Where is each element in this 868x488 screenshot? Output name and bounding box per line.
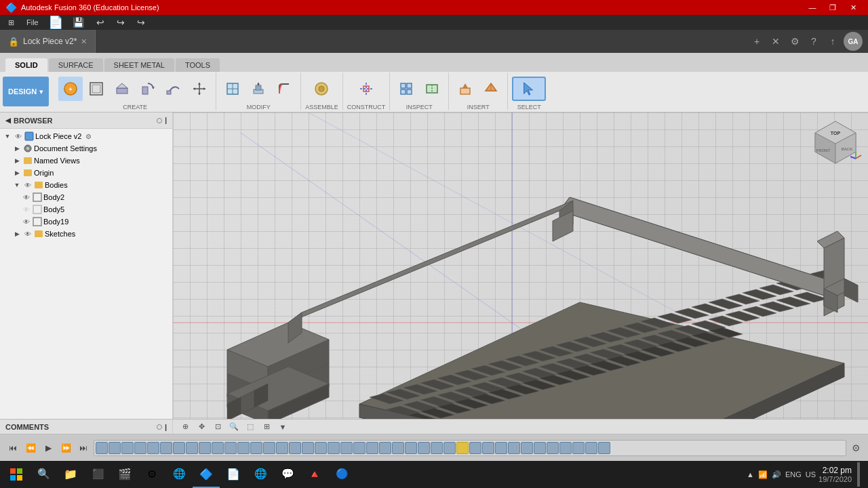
modify-main-button[interactable]: [220, 77, 245, 101]
press-pull-button[interactable]: [246, 77, 271, 101]
section-analysis-button[interactable]: [420, 77, 444, 101]
bodies-eye[interactable]: 👁: [23, 180, 33, 190]
minimize-button[interactable]: —: [803, 1, 822, 14]
taskbar-search[interactable]: 🔍: [30, 461, 57, 488]
timeline-item[interactable]: [186, 442, 198, 454]
timeline-item[interactable]: [482, 442, 494, 454]
menu-undo[interactable]: ↩: [91, 16, 110, 29]
timeline-item[interactable]: [598, 442, 610, 454]
sweep-button[interactable]: [161, 77, 186, 101]
timeline-item[interactable]: [353, 442, 366, 454]
timeline-item[interactable]: [469, 442, 481, 454]
inspect-main-button[interactable]: [394, 77, 418, 101]
sketches-eye[interactable]: 👁: [23, 229, 33, 239]
start-button[interactable]: [3, 461, 30, 488]
timeline-item[interactable]: [443, 442, 456, 454]
revolve-button[interactable]: [136, 77, 160, 101]
timeline-item[interactable]: [418, 442, 430, 454]
menu-redo2[interactable]: ↪: [132, 16, 151, 29]
taskbar-browser2[interactable]: 🌐: [247, 461, 274, 488]
tab-close-icon[interactable]: ✕: [81, 37, 87, 46]
timeline-item[interactable]: [237, 442, 250, 454]
tree-item-body2[interactable]: 👁 Body2: [0, 191, 172, 203]
timeline-play-button[interactable]: ▶: [41, 441, 56, 455]
timeline-item[interactable]: [108, 442, 121, 454]
timeline-item[interactable]: [495, 442, 507, 454]
taskbar-autodesk[interactable]: 🔺: [301, 461, 328, 488]
timeline-item[interactable]: [340, 442, 353, 454]
timeline-settings-icon[interactable]: ⚙: [849, 441, 863, 455]
timeline-prev-button[interactable]: ⏪: [23, 441, 38, 455]
tree-item-body5[interactable]: 👁 Body5: [0, 203, 172, 216]
timeline-item[interactable]: [456, 442, 469, 454]
menu-redo[interactable]: ↪: [111, 16, 130, 29]
zoom-fit-button[interactable]: ⊡: [211, 421, 224, 433]
close-tab-button[interactable]: ✕: [768, 33, 784, 49]
timeline-item[interactable]: [302, 442, 314, 454]
taskbar-fusion360[interactable]: 🔷: [193, 461, 220, 488]
comments-resize[interactable]: |: [165, 423, 167, 431]
tray-arrow[interactable]: ▲: [747, 470, 754, 479]
root-eye[interactable]: 👁: [14, 131, 23, 141]
menu-save[interactable]: 💾: [67, 16, 90, 29]
timeline-item[interactable]: [405, 442, 417, 454]
show-desktop[interactable]: [857, 462, 860, 487]
timeline-item[interactable]: [173, 442, 185, 454]
maximize-button[interactable]: ❐: [823, 1, 842, 14]
taskbar-network[interactable]: 🌐: [165, 461, 193, 488]
taskbar-terminal[interactable]: ⬛: [84, 461, 111, 488]
select-main-button[interactable]: [512, 77, 546, 101]
timeline-item[interactable]: [508, 442, 520, 454]
taskbar-skype[interactable]: 💬: [274, 461, 301, 488]
timeline-item[interactable]: [212, 442, 224, 454]
grid-button[interactable]: ⊞: [260, 421, 273, 433]
root-settings-icon[interactable]: ⚙: [85, 133, 92, 140]
taskbar-media[interactable]: 🎬: [111, 461, 138, 488]
extrude-button[interactable]: [110, 77, 134, 101]
tree-item-sketches[interactable]: ▶ 👁 Sketches: [0, 228, 172, 240]
browser-resize[interactable]: |: [165, 117, 167, 124]
close-button[interactable]: ✕: [844, 1, 863, 14]
timeline-item[interactable]: [147, 442, 159, 454]
zoom-window-button[interactable]: 🔍: [227, 421, 241, 433]
timeline-end-button[interactable]: ⏭: [76, 441, 91, 455]
insert-main-button[interactable]: [453, 77, 477, 101]
new-component-button[interactable]: [84, 77, 108, 101]
create-main-button[interactable]: +: [58, 77, 83, 101]
timeline-item[interactable]: [276, 442, 288, 454]
timeline-item[interactable]: [379, 442, 391, 454]
timeline-item[interactable]: [547, 442, 559, 454]
timeline-item[interactable]: [585, 442, 597, 454]
taskbar-chrome[interactable]: 🔵: [328, 461, 355, 488]
body19-eye[interactable]: 👁: [22, 217, 31, 226]
tree-item-bodies[interactable]: ▼ 👁 Bodies: [0, 179, 172, 191]
view-options-button[interactable]: ▼: [276, 421, 290, 433]
insert-mesh-button[interactable]: [479, 77, 503, 101]
design-selector[interactable]: DESIGN ▾: [3, 77, 49, 106]
tree-item-origin[interactable]: ▶ Origin: [0, 167, 172, 179]
timeline-item[interactable]: [134, 442, 146, 454]
orbit-button[interactable]: ⊕: [178, 421, 192, 433]
document-tab[interactable]: 🔒 Lock Piece v2* ✕: [0, 30, 96, 53]
menu-new[interactable]: 📄: [45, 15, 66, 30]
tree-item-doc-settings[interactable]: ▶ Document Settings: [0, 142, 172, 155]
timeline-item[interactable]: [121, 442, 134, 454]
viewport[interactable]: TOP FRONT BACK: [173, 113, 868, 419]
help-tab-button[interactable]: ?: [806, 33, 822, 49]
viewcube[interactable]: TOP FRONT BACK: [808, 118, 863, 172]
display-mode-button[interactable]: ⬚: [243, 421, 257, 433]
share-tab-button[interactable]: ↑: [825, 33, 841, 49]
timeline-next-button[interactable]: ⏩: [58, 441, 73, 455]
menu-grid[interactable]: ⊞: [3, 17, 20, 28]
tab-tools[interactable]: TOOLS: [176, 58, 220, 72]
user-avatar[interactable]: GA: [844, 32, 863, 51]
timeline-item[interactable]: [366, 442, 378, 454]
timeline-item[interactable]: [315, 442, 327, 454]
timeline-item[interactable]: [392, 442, 404, 454]
fillet-button[interactable]: [272, 77, 296, 101]
timeline-item[interactable]: [263, 442, 275, 454]
timeline-start-button[interactable]: ⏮: [5, 441, 20, 455]
taskbar-settings[interactable]: ⚙: [138, 461, 165, 488]
timeline-item[interactable]: [199, 442, 211, 454]
tree-item-body19[interactable]: 👁 Body19: [0, 216, 172, 228]
